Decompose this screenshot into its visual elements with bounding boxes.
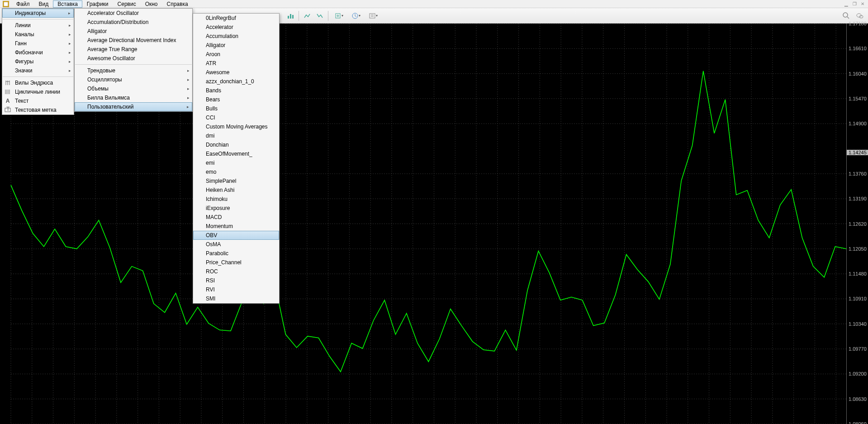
menu-help[interactable]: Справка (162, 0, 193, 8)
custom-menu-item[interactable]: emi (193, 158, 279, 167)
toolbar-separator (299, 11, 299, 21)
custom-menu-item-label: Donchian (206, 142, 229, 148)
insert-menu-separator (3, 19, 73, 19)
svg-point-14 (843, 13, 848, 17)
custom-menu-item-label: Aroon (206, 51, 220, 57)
custom-menu-item[interactable]: CCI (193, 113, 279, 122)
custom-menu-item[interactable]: RSI (193, 276, 279, 285)
custom-menu-item[interactable]: OsMA (193, 240, 279, 249)
custom-menu-item[interactable]: Bears (193, 95, 279, 104)
indicators-menu-item[interactable]: Awesome Oscillator (75, 54, 192, 63)
insert-menu-item[interactable]: TТекстовая метка (2, 105, 74, 114)
maximize-icon[interactable]: ❐ (851, 1, 858, 7)
custom-menu-item[interactable]: Aroon (193, 50, 279, 59)
toolbar-search-icon[interactable] (841, 10, 852, 21)
custom-menu-item[interactable]: Parabolic (193, 249, 279, 258)
insert-menu-item-label: Текст (15, 98, 28, 104)
indicators-menu-item-label: Пользовательский (87, 104, 134, 110)
custom-menu-item[interactable]: OBV (193, 231, 279, 240)
custom-menu-item[interactable]: Accumulation (193, 32, 279, 41)
window-controls: ▁ ❐ ✕ (843, 1, 868, 7)
indicators-menu-item[interactable]: Осцилляторы (75, 75, 192, 84)
menu-service[interactable]: Сервис (113, 0, 141, 8)
toolbar-chat-icon[interactable] (854, 10, 865, 21)
insert-menu-item-label: Вилы Эндрюса (15, 80, 53, 86)
indicators-menu-item[interactable]: Трендовые (75, 66, 192, 75)
custom-menu-item[interactable]: azzx_donchian_1_0 (193, 77, 279, 86)
menu-view[interactable]: Вид (34, 0, 53, 8)
toolbar-template-dropdown[interactable]: ▾ (365, 10, 381, 21)
custom-menu-item[interactable]: Bands (193, 86, 279, 95)
toolbar-separator (328, 11, 328, 21)
insert-menu-item[interactable]: AТекст (2, 96, 74, 105)
toolbar-zoom-out[interactable] (314, 10, 325, 21)
custom-menu-item[interactable]: Ichimoku (193, 195, 279, 204)
indicators-menu-item-label: Билла Вильямса (87, 95, 130, 101)
custom-menu-item-label: RVI (206, 286, 215, 293)
custom-menu-item[interactable]: Accelerator (193, 23, 279, 32)
toolbar-zoom-in[interactable] (302, 10, 313, 21)
indicators-menu-item[interactable]: Пользовательский (75, 102, 192, 111)
custom-menu-item-label: Bears (206, 96, 220, 103)
custom-menu-item[interactable]: Bulls (193, 104, 279, 113)
custom-menu-item-label: Alligator (206, 42, 225, 48)
insert-menu-item-label: Фигуры (15, 58, 33, 65)
custom-menu-item[interactable]: ROC (193, 267, 279, 276)
insert-menu-item[interactable]: Фибоначчи (2, 48, 74, 57)
indicators-menu-item[interactable]: Average Directional Movement Index (75, 36, 192, 45)
menu-window[interactable]: Окно (141, 0, 162, 8)
custom-menu-item[interactable]: emo (193, 167, 279, 176)
custom-menu-item[interactable]: EaseOfMovement_ (193, 149, 279, 158)
insert-menu-item[interactable]: Индикаторы (2, 9, 74, 18)
insert-menu-item-label: Фибоначчи (15, 49, 43, 56)
indicators-menu-item-label: Awesome Oscillator (87, 55, 135, 62)
insert-menu-item[interactable]: Фигуры (2, 57, 74, 66)
y-axis-tick: 1.09200 (849, 371, 867, 376)
indicators-menu-item[interactable]: Average True Range (75, 45, 192, 54)
close-icon[interactable]: ✕ (859, 1, 866, 7)
custom-menu-item[interactable]: Awesome (193, 68, 279, 77)
custom-menu-item[interactable]: Price_Channel (193, 258, 279, 267)
indicators-menu-item[interactable]: Билла Вильямса (75, 93, 192, 102)
indicators-menu-item[interactable]: Alligator (75, 27, 192, 36)
indicators-dropdown: Accelerator OscillatorAccumulation/Distr… (74, 8, 193, 112)
custom-menu-item[interactable]: Donchian (193, 140, 279, 149)
custom-menu-item-label: Bands (206, 87, 221, 94)
minimize-icon[interactable]: ▁ (843, 1, 850, 7)
custom-menu-item[interactable]: Heiken Ashi (193, 186, 279, 195)
svg-rect-11 (370, 14, 375, 18)
custom-menu-item[interactable]: 0LinRegrBuf (193, 14, 279, 23)
custom-menu-item[interactable]: MACD (193, 213, 279, 222)
toolbar-chart-type[interactable] (285, 10, 296, 21)
toolbar-add-dropdown[interactable]: ▾ (331, 10, 346, 21)
insert-menu-item[interactable]: Каналы (2, 30, 74, 39)
insert-menu-separator (3, 76, 73, 77)
menu-charts[interactable]: Графики (82, 0, 113, 8)
custom-menu-item-label: EaseOfMovement_ (206, 151, 252, 157)
custom-menu-item[interactable]: Custom Moving Averages (193, 122, 279, 131)
custom-menu-item[interactable]: iExposure (193, 204, 279, 213)
toolbar-time-dropdown[interactable]: ▾ (348, 10, 364, 21)
y-axis-tick: 1.13190 (849, 196, 867, 201)
insert-menu-item[interactable]: Линии (2, 21, 74, 30)
custom-menu-item[interactable]: dmi (193, 131, 279, 140)
y-axis-tick: 1.16610 (849, 46, 867, 51)
indicators-menu-item[interactable]: Accelerator Oscillator (75, 9, 192, 18)
insert-menu-item[interactable]: Ганн (2, 39, 74, 48)
indicators-menu-item[interactable]: Объемы (75, 84, 192, 93)
y-axis-tick: 1.09770 (849, 346, 867, 352)
insert-menu-item[interactable]: Вилы Эндрюса (2, 78, 74, 87)
insert-menu-item[interactable]: Значки (2, 66, 74, 75)
custom-menu-item[interactable]: RVI (193, 285, 279, 294)
indicators-menu-item[interactable]: Accumulation/Distribution (75, 18, 192, 27)
insert-menu-item[interactable]: Цикличные линии (2, 87, 74, 96)
custom-menu-item[interactable]: SimplePanel (193, 176, 279, 186)
custom-menu-item-label: Accumulation (206, 33, 238, 39)
custom-menu-item[interactable]: Alligator (193, 41, 279, 50)
menu-insert[interactable]: Вставка (53, 0, 82, 8)
custom-menu-item[interactable]: Momentum (193, 222, 279, 231)
custom-menu-item[interactable]: ATR (193, 59, 279, 68)
custom-menu-item-label: Awesome (206, 69, 229, 76)
custom-menu-item[interactable]: SMI (193, 294, 279, 303)
menu-file[interactable]: Файл (12, 0, 34, 8)
